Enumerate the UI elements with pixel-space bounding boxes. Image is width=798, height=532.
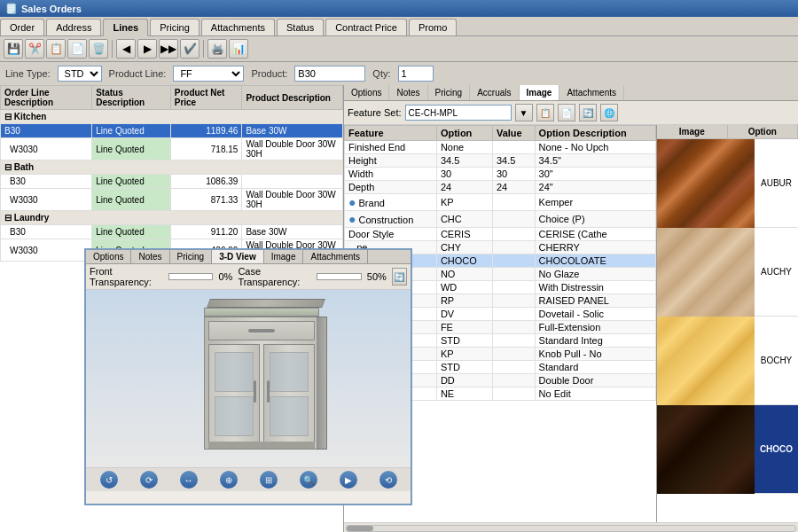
glass-right-top <box>270 352 309 392</box>
print-button[interactable]: 🖨️ <box>207 39 227 59</box>
tab-3d-view[interactable]: 3-D View <box>212 250 264 263</box>
image-item-aubur[interactable]: AUBUR <box>657 139 798 228</box>
nav-btn-8[interactable]: ⟲ <box>379 471 397 489</box>
tab-lines[interactable]: Lines <box>103 19 148 36</box>
table-row[interactable]: W3030 Line Quoted 871.33 Wall Double Doo… <box>1 189 343 211</box>
image-item-choco[interactable]: CHOCO <box>657 405 798 494</box>
blue-dot-brand: ● <box>348 195 356 209</box>
tab-options[interactable]: Options <box>344 85 389 100</box>
cabinet-door-left <box>208 344 260 443</box>
tab-image[interactable]: Image <box>520 85 560 100</box>
options-tab-bar: Options Notes Pricing Accruals Image Att… <box>344 85 798 101</box>
label-auchy: AUCHY <box>755 265 798 278</box>
table-row[interactable]: W3030 Line Quoted 718.15 Wall Double Doo… <box>1 138 343 160</box>
tab-3d-image[interactable]: Image <box>264 250 304 263</box>
nav-btn-2[interactable]: ⟳ <box>140 471 158 489</box>
group-kitchen: ⊟ Kitchen <box>1 110 343 124</box>
table-row[interactable]: B30 Line Quoted 1086.39 <box>1 175 343 189</box>
image-item-bochy[interactable]: BOCHY <box>657 317 798 405</box>
case-transparency-slider[interactable] <box>317 273 362 280</box>
cabinet-base <box>208 442 315 449</box>
feature-set-paste-btn[interactable]: 📄 <box>558 104 575 121</box>
cabinet-drawer <box>208 321 315 340</box>
tab-3d-options[interactable]: Options <box>86 250 131 263</box>
tab-attachments[interactable]: Attachments <box>201 19 275 35</box>
cabinet-door-right <box>263 344 315 443</box>
copy-button[interactable]: 📋 <box>46 39 66 59</box>
drawer-handle <box>248 329 275 332</box>
tab-order[interactable]: Order <box>0 19 44 35</box>
option-col-header: Option <box>728 125 799 138</box>
nav-btn-6[interactable]: 🔍 <box>300 471 317 489</box>
table-row[interactable]: ● Brand KP Kemper <box>345 194 656 211</box>
glass-right-bottom <box>270 396 309 436</box>
forward-button[interactable]: ▶ <box>137 39 157 59</box>
group-laundry: ⊟ Laundry <box>1 211 343 225</box>
qty-input[interactable] <box>398 66 434 82</box>
line-type-select[interactable]: STD <box>58 66 102 82</box>
table-row[interactable]: ● Construction CHC Choice (P) <box>345 211 656 228</box>
feature-set-copy-btn[interactable]: 📋 <box>536 104 554 121</box>
table-row[interactable]: Door Style CERIS CERISE (Cathe <box>345 228 656 241</box>
back-button[interactable]: ◀ <box>116 39 136 59</box>
nav-btn-7[interactable]: ▶ <box>340 471 357 489</box>
window-title: Sales Orders <box>21 4 82 14</box>
tab-address[interactable]: Address <box>46 19 101 35</box>
view-3d-canvas <box>86 290 411 467</box>
cabinet-body <box>204 317 319 450</box>
col-value: Value <box>492 126 535 141</box>
delete-button[interactable]: 🗑️ <box>89 39 108 59</box>
view-3d-controls: Front Transparency: 0% Case Transparency… <box>86 264 411 290</box>
report-button[interactable]: 📊 <box>229 39 248 59</box>
table-row[interactable]: Finished End None None - No Upch <box>345 141 656 154</box>
tab-3d-notes[interactable]: Notes <box>131 250 169 263</box>
view-3d-tab-bar: Options Notes Pricing 3-D View Image Att… <box>86 250 411 264</box>
image-panel: Image Option AUBUR AUCHY <box>656 125 798 522</box>
nav-btn-3[interactable]: ↔ <box>180 471 198 489</box>
feature-set-input[interactable] <box>405 105 512 121</box>
table-row[interactable]: Width 30 30 30" <box>345 168 656 181</box>
tab-contract-price[interactable]: Contract Price <box>325 19 407 35</box>
front-transparency-slider[interactable] <box>168 273 214 280</box>
tab-notes[interactable]: Notes <box>389 85 427 100</box>
tab-accruals[interactable]: Accruals <box>470 85 519 100</box>
blue-dot-construction: ● <box>348 212 356 226</box>
nav-btn-5[interactable]: ⊞ <box>260 471 278 489</box>
col-option: Option <box>436 126 492 141</box>
tab-promo[interactable]: Promo <box>409 19 457 35</box>
nav-btn-1[interactable]: ↺ <box>100 471 118 489</box>
save-button[interactable]: 💾 <box>4 39 23 59</box>
cabinet-side <box>317 317 327 450</box>
tab-status[interactable]: Status <box>277 19 324 35</box>
check-button[interactable]: ✔️ <box>180 39 200 59</box>
tab-attachments-opts[interactable]: Attachments <box>559 85 624 100</box>
swatch-bochy <box>657 317 755 405</box>
table-row[interactable]: B30 Line Quoted 1189.46 Base 30W <box>1 124 343 138</box>
col-product-desc: Product Description <box>242 86 343 110</box>
image-item-auchy[interactable]: AUCHY <box>657 228 798 317</box>
table-row[interactable]: Height 34.5 34.5 34.5" <box>345 154 656 168</box>
bottom-scrollbar[interactable] <box>344 522 798 532</box>
image-panel-header: Image Option <box>657 125 798 139</box>
tab-pricing[interactable]: Pricing <box>150 19 200 35</box>
tab-pricing[interactable]: Pricing <box>428 85 471 100</box>
feature-set-refresh-btn[interactable]: 🔄 <box>579 104 597 121</box>
cut-button[interactable]: ✂️ <box>25 39 44 59</box>
table-row[interactable]: Depth 24 24 24" <box>345 181 656 194</box>
product-input[interactable] <box>294 66 365 82</box>
feature-set-dropdown-btn[interactable]: ▼ <box>515 104 533 121</box>
toolbar-separator-1 <box>112 40 113 58</box>
view-3d-footer: ↺ ⟳ ↔ ⊕ ⊞ 🔍 ▶ ⟲ <box>86 467 411 491</box>
cabinet-counter <box>204 308 319 317</box>
feature-set-globe-btn[interactable]: 🌐 <box>600 104 618 121</box>
table-row[interactable]: B30 Line Quoted 911.20 Base 30W <box>1 225 343 239</box>
col-option-desc: Option Description <box>535 126 655 141</box>
refresh-button[interactable]: ▶▶ <box>159 39 178 59</box>
paste-button[interactable]: 📄 <box>67 39 87 59</box>
product-line-select[interactable]: FF <box>173 66 244 82</box>
refresh-3d-btn[interactable]: 🔄 <box>392 268 407 286</box>
case-transparency-value: 50% <box>367 271 387 282</box>
nav-btn-4[interactable]: ⊕ <box>220 471 238 489</box>
tab-3d-attachments[interactable]: Attachments <box>303 250 368 263</box>
tab-3d-pricing[interactable]: Pricing <box>170 250 213 263</box>
